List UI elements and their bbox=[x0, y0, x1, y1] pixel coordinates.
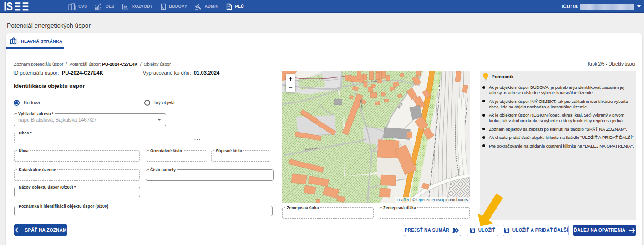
svg-text:S: S bbox=[6, 2, 13, 11]
